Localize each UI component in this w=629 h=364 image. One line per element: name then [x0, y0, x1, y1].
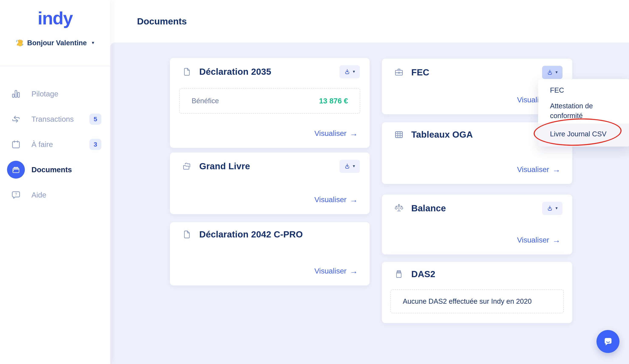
sidebar-item-pilotage[interactable]: Pilotage — [0, 81, 110, 106]
scales-icon — [394, 203, 404, 213]
chevron-down-icon: ▼ — [555, 206, 558, 211]
arrow-right-icon: → — [552, 165, 560, 173]
card-grand-livre: Grand Livre ▼ Visualiser → — [170, 152, 370, 214]
card-title: DAS2 — [411, 269, 435, 279]
folders-icon — [182, 161, 192, 171]
page-header: Documents — [110, 0, 629, 42]
greeting-text: Bonjour Valentine — [27, 39, 87, 47]
document-icon — [182, 67, 192, 77]
folder-documents-icon — [11, 165, 21, 175]
indy-documents-page: { "colors": { "primary_blue": "#3c5cf6",… — [0, 0, 629, 364]
calendar-icon — [11, 139, 21, 149]
visualiser-link[interactable]: Visualiser → — [314, 195, 358, 204]
download-icon — [344, 163, 351, 170]
visualiser-label: Visualiser — [314, 129, 346, 138]
sidebar-nav: Pilotage Transactions 5 À faire 3 — [0, 81, 110, 208]
card-title: Balance — [411, 203, 446, 213]
card-declaration-2042-cpro: Déclaration 2042 C-PRO Visualiser → — [170, 222, 370, 285]
card-title: FEC — [411, 67, 429, 78]
card-title: Tableaux OGA — [411, 129, 473, 140]
card-title: Déclaration 2042 C-PRO — [199, 229, 303, 240]
card-balance: Balance ▼ Visualiser → — [382, 195, 572, 254]
sidebar-item-documents[interactable]: Documents — [0, 157, 110, 182]
download-button[interactable]: ▼ — [542, 202, 563, 215]
menu-item-livre-journal-csv[interactable]: Livre Journal CSV — [538, 123, 629, 146]
visualiser-label: Visualiser — [314, 267, 346, 275]
svg-text:?: ? — [15, 192, 17, 196]
briefcase-icon — [394, 67, 404, 78]
download-icon — [546, 205, 553, 212]
card-das2: DAS2 Aucune DAS2 effectuée sur Indy en 2… — [382, 262, 572, 323]
download-button[interactable]: ▼ — [339, 160, 360, 173]
sidebar-item-label: Aide — [31, 191, 46, 199]
row-label: Bénéfice — [180, 97, 219, 105]
arrow-right-icon: → — [350, 129, 358, 137]
visualiser-label: Visualiser — [517, 236, 549, 244]
das2-empty-message: Aucune DAS2 effectuée sur Indy en 2020 — [391, 297, 532, 305]
card-title: Grand Livre — [199, 161, 250, 171]
table-grid-icon — [394, 129, 404, 140]
sidebar-divider — [0, 66, 110, 66]
fec-download-menu: FEC Attestation de conformité Livre Jour… — [538, 79, 629, 146]
active-item-bubble — [7, 161, 25, 179]
chevron-down-icon: ▼ — [91, 41, 95, 45]
bar-chart-icon — [11, 89, 21, 99]
download-icon — [546, 69, 553, 76]
transactions-count-badge: 5 — [89, 114, 101, 125]
visualiser-link[interactable]: Visualiser → — [314, 267, 358, 275]
help-bubble-icon: ? — [11, 190, 21, 200]
indy-logo[interactable]: indy — [0, 8, 110, 29]
stacked-documents-icon — [394, 269, 404, 279]
arrow-right-icon: → — [350, 267, 358, 275]
card-title: Déclaration 2035 — [199, 67, 271, 77]
chevron-down-icon: ▼ — [352, 70, 356, 74]
visualiser-label: Visualiser — [517, 165, 549, 174]
sidebar-item-transactions[interactable]: Transactions 5 — [0, 106, 110, 132]
visualiser-label: Visualiser — [314, 195, 346, 204]
download-button-open[interactable]: ▼ — [542, 66, 563, 79]
sidebar-item-label: Pilotage — [31, 90, 58, 98]
sidebar-item-a-faire[interactable]: À faire 3 — [0, 132, 110, 157]
menu-item-attestation-de-conformite[interactable]: Attestation de conformité — [538, 98, 629, 123]
visualiser-link[interactable]: Visualiser → — [314, 129, 358, 138]
card-declaration-2035: Déclaration 2035 ▼ Bénéfice 13 876 € Vis… — [170, 58, 370, 148]
chevron-down-icon: ▼ — [352, 164, 356, 168]
menu-item-fec[interactable]: FEC — [538, 79, 629, 98]
transfer-arrows-icon — [11, 114, 21, 124]
arrow-right-icon: → — [552, 236, 560, 244]
visualiser-link[interactable]: Visualiser → — [517, 236, 560, 244]
wave-hand-icon — [15, 39, 24, 47]
chat-launcher-button[interactable] — [597, 330, 620, 353]
sidebar-item-label: Documents — [31, 165, 72, 174]
sidebar: indy Bonjour Valentine ▼ — [0, 0, 110, 364]
row-value: 13 876 € — [319, 97, 360, 105]
download-icon — [344, 68, 351, 75]
chat-bubble-icon — [602, 335, 614, 348]
benefice-row: Bénéfice 13 876 € — [179, 88, 360, 114]
arrow-right-icon: → — [350, 196, 358, 204]
a-faire-count-badge: 3 — [89, 139, 101, 150]
download-button[interactable]: ▼ — [339, 65, 360, 78]
page-title: Documents — [137, 0, 187, 42]
das2-empty-state: Aucune DAS2 effectuée sur Indy en 2020 — [390, 289, 564, 313]
visualiser-link[interactable]: Visualiser → — [517, 165, 560, 174]
sidebar-item-label: Transactions — [31, 115, 74, 123]
document-icon — [182, 229, 192, 240]
sidebar-item-label: À faire — [31, 140, 53, 149]
user-menu[interactable]: Bonjour Valentine ▼ — [0, 39, 110, 47]
chevron-down-icon: ▼ — [555, 70, 558, 75]
sidebar-item-aide[interactable]: ? Aide — [0, 182, 110, 208]
